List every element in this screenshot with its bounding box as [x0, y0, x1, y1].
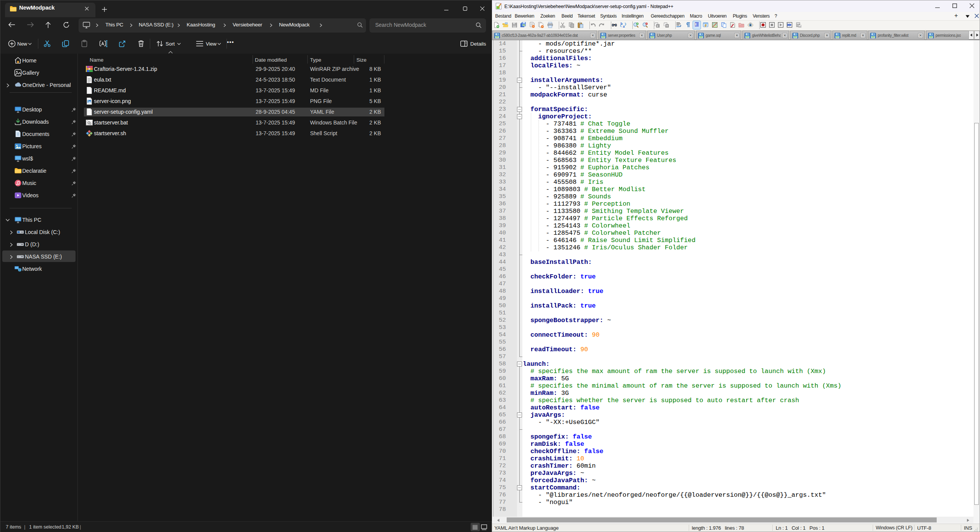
- svg-text:a: a: [623, 25, 625, 28]
